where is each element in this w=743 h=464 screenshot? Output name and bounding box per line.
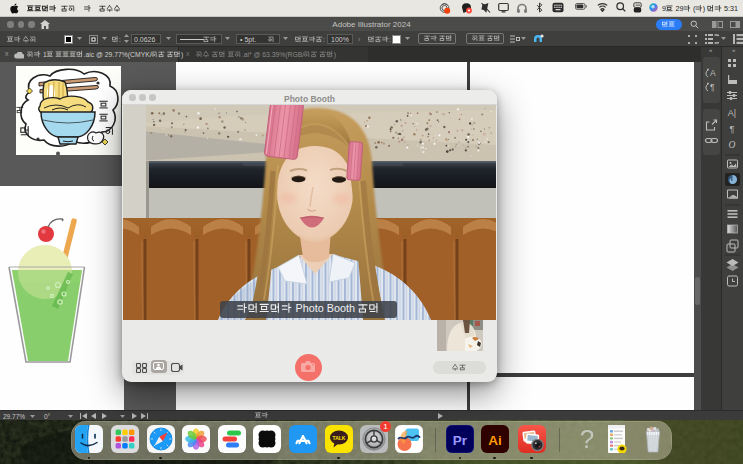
- svg-text:9: 9: [662, 3, 666, 12]
- svg-text:?: ?: [580, 425, 594, 453]
- svg-text:TALK: TALK: [332, 435, 345, 441]
- svg-text:O: O: [729, 140, 736, 150]
- svg-text:¶: ¶: [730, 124, 735, 134]
- svg-text::: :: [323, 35, 325, 42]
- svg-text:A: A: [710, 68, 716, 78]
- svg-text:.aic @ 29.77%(CMYK/: .aic @ 29.77%(CMYK/: [84, 51, 152, 59]
- svg-text:Photo Booth: Photo Booth: [293, 302, 358, 314]
- svg-text:.ai* @ 63.39%(RGB/: .ai* @ 63.39%(RGB/: [242, 51, 305, 59]
- svg-text:(: (: [691, 3, 696, 12]
- svg-text:29: 29: [673, 3, 683, 12]
- svg-text::: :: [119, 35, 121, 42]
- svg-text:5:31: 5:31: [722, 3, 738, 12]
- svg-text:1: 1: [41, 51, 47, 58]
- svg-text:¶: ¶: [710, 82, 715, 92]
- svg-text:Pr: Pr: [453, 433, 468, 448]
- svg-text:): ): [334, 51, 336, 59]
- svg-text:): ): [703, 3, 707, 12]
- svg-text:): ): [181, 51, 183, 59]
- svg-text::: :: [389, 35, 391, 42]
- svg-text:Ai: Ai: [488, 433, 502, 448]
- svg-text:A|: A|: [728, 108, 736, 118]
